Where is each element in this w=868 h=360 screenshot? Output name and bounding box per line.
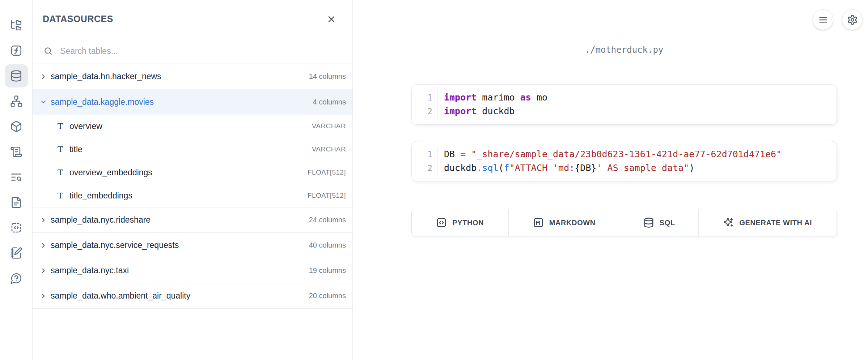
sidebar-item-scroll-text[interactable] bbox=[0, 139, 33, 164]
table-row[interactable]: sample_data.hn.hacker_news14 columns bbox=[33, 64, 352, 89]
search-icon bbox=[43, 46, 53, 56]
chevron-right-icon bbox=[40, 217, 47, 224]
chevron-right-icon bbox=[40, 267, 47, 274]
add-cell-button-label: PYTHON bbox=[452, 219, 484, 227]
selected-highlight bbox=[5, 64, 28, 87]
line-number-gutter: 12 bbox=[412, 85, 437, 124]
network-icon bbox=[10, 95, 22, 107]
column-name: title bbox=[69, 145, 312, 154]
sidebar-item-file-tree[interactable] bbox=[0, 13, 33, 38]
column-row[interactable]: Toverview_embeddingsFLOAT[512] bbox=[33, 161, 352, 184]
table-row[interactable]: sample_data.nyc.taxi19 columns bbox=[33, 258, 352, 283]
add-cell-markdown-button[interactable]: MARKDOWN bbox=[508, 209, 620, 236]
line-number: 2 bbox=[412, 161, 432, 175]
line-number: 2 bbox=[412, 104, 432, 118]
table-name: sample_data.nyc.rideshare bbox=[51, 215, 309, 225]
chevron-right-icon bbox=[40, 292, 47, 300]
table-row[interactable]: sample_data.nyc.rideshare24 columns bbox=[33, 207, 352, 233]
database-icon bbox=[643, 217, 654, 228]
package-box-icon bbox=[10, 120, 22, 133]
sidebar-item-snippets-code[interactable] bbox=[0, 215, 33, 240]
code-editor[interactable]: import marimo as moimport duckdb bbox=[437, 85, 555, 124]
activity-sidebar bbox=[0, 0, 33, 360]
code-line: duckdb.sql(f"ATTACH 'md:{DB}' AS sample_… bbox=[444, 161, 782, 175]
column-type: FLOAT[512] bbox=[308, 192, 346, 200]
line-number-gutter: 12 bbox=[412, 141, 437, 181]
datasources-panel: DATASOURCES sample_data.hn.hacker_news14… bbox=[33, 0, 353, 360]
column-type: VARCHAR bbox=[312, 145, 346, 153]
close-panel-button[interactable] bbox=[326, 14, 336, 24]
function-square-icon bbox=[10, 44, 22, 57]
notebook-filename[interactable]: ./motherduck.py bbox=[411, 45, 837, 55]
column-name: title_embeddings bbox=[69, 191, 308, 201]
column-row[interactable]: Ttitle_embeddingsFLOAT[512] bbox=[33, 184, 352, 207]
table-row[interactable]: sample_data.kaggle.movies4 columns bbox=[33, 89, 352, 115]
app: DATASOURCES sample_data.hn.hacker_news14… bbox=[0, 0, 868, 360]
table-column-count: 40 columns bbox=[309, 241, 346, 249]
sidebar-item-help-chat[interactable] bbox=[0, 266, 33, 291]
table-name: sample_data.hn.hacker_news bbox=[51, 72, 309, 81]
table-column-count: 19 columns bbox=[309, 266, 346, 275]
header-actions bbox=[813, 9, 863, 30]
column-name: overview_embeddings bbox=[69, 168, 308, 177]
column-type: VARCHAR bbox=[312, 122, 346, 130]
sidebar-item-file-text[interactable] bbox=[0, 190, 33, 215]
table-column-count: 24 columns bbox=[309, 216, 346, 224]
add-cell-button-label: MARKDOWN bbox=[549, 219, 596, 227]
sidebar-item-network[interactable] bbox=[0, 89, 33, 114]
search-row bbox=[33, 38, 352, 64]
add-cell-button-label: GENERATE WITH AI bbox=[739, 219, 812, 227]
datasources-panel-header: DATASOURCES bbox=[33, 0, 352, 38]
markdown-square-icon bbox=[533, 217, 544, 228]
code-editor[interactable]: DB = "_share/sample_data/23b0d623-1361-4… bbox=[437, 141, 789, 181]
column-row[interactable]: TtitleVARCHAR bbox=[33, 138, 352, 161]
table-column-count: 4 columns bbox=[313, 98, 346, 106]
table-column-count: 14 columns bbox=[309, 72, 346, 81]
add-cell-button-label: SQL bbox=[660, 219, 675, 227]
notebook-main: ./motherduck.py 12import marimo as moimp… bbox=[353, 0, 868, 360]
sidebar-item-package-box[interactable] bbox=[0, 114, 33, 139]
code-cell: 12import marimo as moimport duckdb bbox=[411, 84, 837, 125]
help-chat-icon bbox=[10, 272, 22, 284]
snippets-code-icon bbox=[10, 222, 22, 234]
menu-button[interactable] bbox=[813, 9, 833, 30]
table-row[interactable]: sample_data.nyc.service_requests40 colum… bbox=[33, 233, 352, 258]
code-line: DB = "_share/sample_data/23b0d623-1361-4… bbox=[444, 147, 782, 161]
database-icon bbox=[10, 70, 22, 82]
sidebar-item-text-search[interactable] bbox=[0, 164, 33, 190]
table-name: sample_data.kaggle.movies bbox=[51, 97, 313, 107]
column-row[interactable]: ToverviewVARCHAR bbox=[33, 115, 352, 138]
table-name: sample_data.who.ambient_air_quality bbox=[51, 291, 309, 301]
code-cell: 12DB = "_share/sample_data/23b0d623-1361… bbox=[411, 141, 837, 181]
table-list: sample_data.hn.hacker_news14 columnssamp… bbox=[33, 64, 352, 360]
chevron-right-icon bbox=[40, 73, 47, 80]
code-line: import duckdb bbox=[444, 104, 547, 118]
line-number: 1 bbox=[412, 91, 432, 104]
sidebar-item-database[interactable] bbox=[0, 63, 33, 89]
text-search-icon bbox=[10, 171, 22, 183]
add-cell-python-button[interactable]: PYTHON bbox=[412, 209, 508, 236]
search-tables-input[interactable] bbox=[59, 46, 345, 56]
settings-gear-icon bbox=[847, 14, 858, 25]
search-icon bbox=[43, 46, 53, 56]
file-text-icon bbox=[10, 196, 22, 209]
sidebar-item-function-square[interactable] bbox=[0, 38, 33, 63]
scroll-text-icon bbox=[10, 146, 22, 158]
text-type-icon: T bbox=[58, 191, 66, 200]
text-type-icon: T bbox=[58, 121, 66, 131]
table-row[interactable]: sample_data.who.ambient_air_quality20 co… bbox=[33, 283, 352, 309]
add-cell-generate-with-ai-button[interactable]: GENERATE WITH AI bbox=[698, 209, 837, 236]
text-type-icon: T bbox=[58, 168, 66, 177]
text-type-icon: T bbox=[58, 145, 66, 154]
column-type: FLOAT[512] bbox=[308, 168, 346, 176]
column-group: ToverviewVARCHARTtitleVARCHARToverview_e… bbox=[33, 115, 352, 207]
settings-gear-button[interactable] bbox=[842, 9, 863, 30]
sidebar-item-notebook-pen[interactable] bbox=[0, 240, 33, 266]
menu-icon bbox=[818, 14, 829, 25]
code-line: import marimo as mo bbox=[444, 91, 547, 104]
close-icon bbox=[326, 14, 336, 24]
chevron-right-icon bbox=[40, 242, 47, 249]
file-tree-icon bbox=[10, 19, 22, 31]
add-cell-sql-button[interactable]: SQL bbox=[620, 209, 698, 236]
panel-title: DATASOURCES bbox=[43, 14, 113, 24]
